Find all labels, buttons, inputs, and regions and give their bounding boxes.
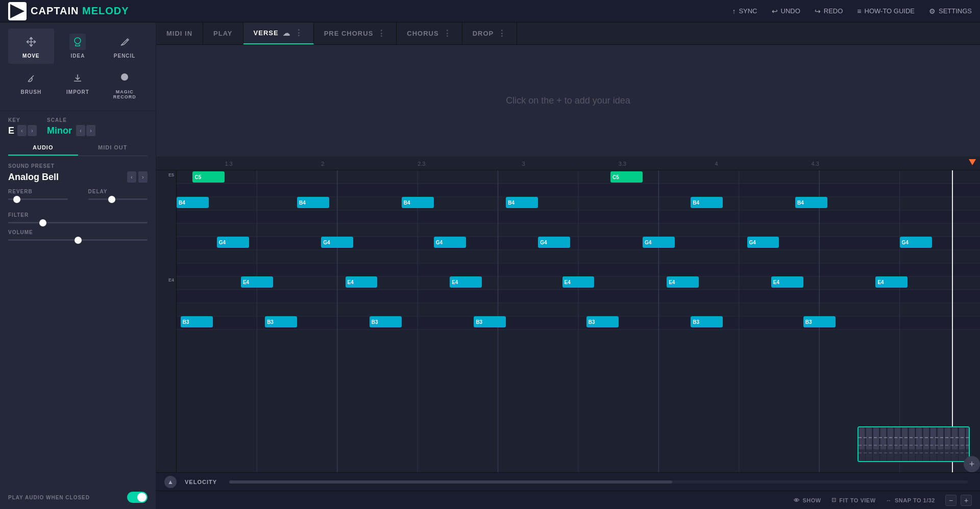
key-value: E (8, 125, 14, 136)
top-bar: CAPTAIN MELODY ↑ SYNC ↩ UNDO ↪ REDO ≡ HO… (0, 0, 980, 22)
chorus-more-icon[interactable]: ⋮ (443, 29, 452, 38)
note-g4-7[interactable]: G4 (900, 237, 932, 248)
audio-midi-tabs: AUDIO MIDI OUT (8, 140, 148, 156)
note-b4-1[interactable]: B4 (177, 197, 209, 208)
note-e4-6[interactable]: E4 (771, 276, 803, 288)
note-g4-2[interactable]: G4 (321, 237, 353, 248)
add-button[interactable]: + (964, 456, 980, 472)
note-e4-4[interactable]: E4 (562, 276, 595, 288)
key-label-e5: E5 (168, 172, 174, 177)
tab-drop[interactable]: DROP ⋮ (462, 22, 518, 44)
note-b3-5[interactable]: B3 (586, 316, 619, 327)
note-b4-3[interactable]: B4 (402, 197, 434, 208)
preset-prev-button[interactable]: ‹ (127, 171, 136, 183)
tab-verse[interactable]: VERSE ☁ ⋮ (243, 22, 314, 44)
how-to-guide-button[interactable]: ≡ HOW-TO GUIDE (857, 7, 915, 15)
snap-icon: ↔ (886, 497, 892, 503)
section-tabs: MIDI IN PLAY VERSE ☁ ⋮ PRE CHORUS ⋮ CHOR… (156, 22, 980, 45)
tool-idea[interactable]: IDEA (55, 29, 101, 64)
timeline-marks: 1.3 2 2.3 3 3.3 4 4.3 (177, 157, 980, 170)
tool-pencil[interactable]: PENCIL (102, 29, 148, 64)
logo-captain: CAPTAIN MELODY (31, 5, 129, 17)
sync-button[interactable]: ↑ SYNC (732, 7, 757, 15)
main-layout: MOVE IDEA PENCIL BRUSH (0, 22, 980, 509)
key-next-button[interactable]: › (28, 125, 37, 136)
expand-velocity-button[interactable]: ▲ (164, 476, 177, 488)
redo-button[interactable]: ↪ REDO (815, 7, 843, 15)
mark-2: 2 (321, 161, 324, 167)
tool-import[interactable]: IMPORT (55, 65, 101, 105)
note-e4-7[interactable]: E4 (875, 276, 908, 288)
note-g4-6[interactable]: G4 (747, 237, 779, 248)
note-b4-4[interactable]: B4 (506, 197, 538, 208)
note-g4-5[interactable]: G4 (643, 237, 675, 248)
bottom-bar: ▲ VELOCITY (156, 472, 980, 491)
key-section: KEY E ‹ › (8, 117, 37, 136)
verse-more-icon[interactable]: ⋮ (295, 28, 303, 38)
note-grid[interactable]: C5 C5 B4 B4 B4 B4 B4 B4 G4 G4 G4 G4 G4 G… (177, 170, 980, 472)
note-c5-1[interactable]: C5 (192, 171, 225, 183)
zoom-out-button[interactable]: − (945, 495, 957, 506)
tab-pre-chorus[interactable]: PRE CHORUS ⋮ (314, 22, 397, 44)
mark-4: 4 (715, 161, 718, 167)
note-b4-5[interactable]: B4 (691, 197, 723, 208)
tab-audio[interactable]: AUDIO (8, 140, 78, 156)
filter-slider[interactable] (8, 222, 148, 223)
pre-chorus-more-icon[interactable]: ⋮ (377, 29, 386, 38)
tool-grid: MOVE IDEA PENCIL BRUSH (0, 22, 156, 111)
mark-2-3: 2.3 (418, 161, 425, 167)
horizontal-scrollbar[interactable] (229, 480, 968, 483)
sound-preset-value: Analog Bell (8, 172, 59, 183)
note-e4-1[interactable]: E4 (241, 276, 273, 288)
key-prev-button[interactable]: ‹ (17, 125, 27, 136)
note-b3-7[interactable]: B3 (803, 316, 836, 327)
tool-magic-record[interactable]: MAGIC RECORD (102, 65, 148, 105)
key-arrows: ‹ › (17, 125, 37, 136)
show-button[interactable]: 👁 SHOW (794, 497, 821, 503)
note-e4-5[interactable]: E4 (667, 276, 699, 288)
cloud-icon: ☁ (283, 29, 290, 37)
delay-slider[interactable] (88, 198, 148, 200)
drop-more-icon[interactable]: ⋮ (498, 29, 506, 38)
tool-brush[interactable]: BRUSH (8, 65, 54, 105)
mark-1-3: 1.3 (225, 161, 232, 167)
tab-chorus[interactable]: CHORUS ⋮ (397, 22, 462, 44)
key-scale-row: KEY E ‹ › SCALE Minor ‹ › (0, 111, 156, 140)
reverb-slider[interactable] (8, 198, 68, 200)
note-e4-3[interactable]: E4 (450, 276, 482, 288)
tab-midi-out[interactable]: MIDI OUT (78, 140, 148, 156)
tab-midi-in[interactable]: MIDI IN (156, 22, 203, 44)
scale-prev-button[interactable]: ‹ (76, 125, 85, 136)
sound-preset-section: SOUND PRESET Analog Bell ‹ › (0, 162, 156, 189)
note-g4-1[interactable]: G4 (217, 237, 249, 248)
effects-section: REVERB DELAY (0, 189, 156, 212)
note-b3-4[interactable]: B3 (474, 316, 506, 327)
scale-next-button[interactable]: › (86, 125, 95, 136)
snap-button[interactable]: ↔ SNAP TO 1/32 (886, 497, 935, 503)
preset-next-button[interactable]: › (138, 171, 148, 183)
note-g4-3[interactable]: G4 (434, 237, 466, 248)
playhead-triangle (969, 159, 976, 165)
fit-to-view-button[interactable]: ⊡ FIT TO VIEW (831, 497, 876, 503)
guide-icon: ≡ (857, 7, 861, 15)
piano-roll-container: 1.3 2 2.3 3 3.3 4 4.3 E5 E4 (156, 157, 980, 509)
note-b3-2[interactable]: B3 (265, 316, 297, 327)
zoom-in-button[interactable]: + (961, 495, 972, 506)
undo-button[interactable]: ↩ UNDO (772, 7, 800, 15)
settings-button[interactable]: ⚙ SETTINGS (929, 7, 972, 15)
tool-move[interactable]: MOVE (8, 29, 54, 64)
tab-play[interactable]: PLAY (203, 22, 243, 44)
play-audio-toggle[interactable] (127, 492, 148, 503)
velocity-label: VELOCITY (185, 479, 217, 485)
volume-section: VOLUME (0, 230, 156, 247)
volume-slider[interactable] (8, 239, 148, 241)
top-bar-actions: ↑ SYNC ↩ UNDO ↪ REDO ≡ HOW-TO GUIDE ⚙ SE… (732, 7, 972, 15)
note-b3-6[interactable]: B3 (691, 316, 723, 327)
note-b3-3[interactable]: B3 (370, 316, 402, 327)
note-b3-1[interactable]: B3 (181, 316, 213, 327)
note-b4-2[interactable]: B4 (297, 197, 329, 208)
note-b4-6[interactable]: B4 (795, 197, 827, 208)
note-g4-4[interactable]: G4 (538, 237, 570, 248)
note-c5-2[interactable]: C5 (610, 171, 643, 183)
note-e4-2[interactable]: E4 (346, 276, 378, 288)
